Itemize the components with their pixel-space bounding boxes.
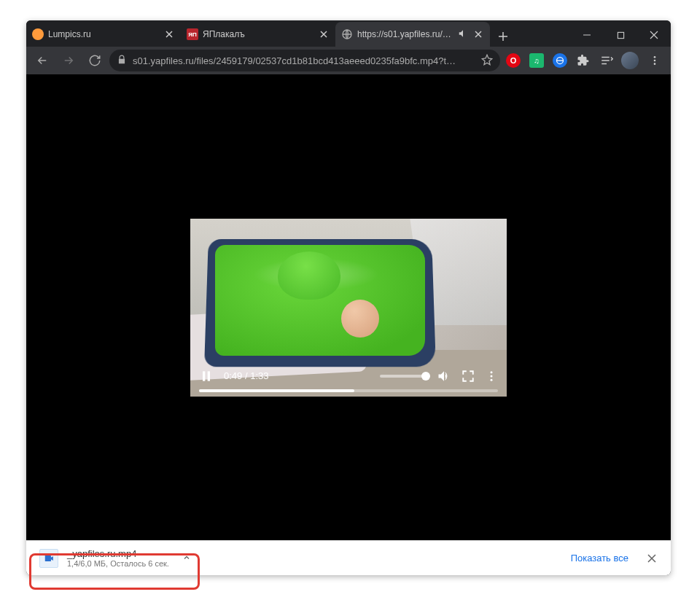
svg-point-3 [654,56,656,58]
more-options-button[interactable] [485,370,498,383]
globe-icon [341,28,353,40]
tab-title: Lumpics.ru [48,29,159,39]
time-separator: / [242,370,250,381]
volume-thumb[interactable] [421,372,430,381]
tab-yapfiles-video[interactable]: https://s01.yapfiles.ru/file [335,22,490,47]
close-downloads-bar-button[interactable] [642,548,662,569]
forward-button[interactable] [57,49,80,72]
extensions-button[interactable] [573,50,593,71]
svg-rect-1 [618,32,623,38]
titlebar: Lumpics.ru ЯП ЯПлакалъ https://s01.yapfi… [26,20,671,47]
close-icon[interactable] [472,28,484,40]
download-filename: _yapfiles.ru.mp4 [67,548,169,559]
volume-slider[interactable] [380,375,427,378]
menu-button[interactable] [643,49,666,72]
lock-icon[interactable] [117,55,127,67]
minimize-button[interactable] [570,23,604,47]
video-time: 0:49 / 1:33 [224,370,268,381]
tab-title: https://s01.yapfiles.ru/file [357,29,453,39]
download-item[interactable]: _yapfiles.ru.mp4 1,4/6,0 МБ, Осталось 6 … [35,545,200,571]
svg-rect-6 [203,371,205,381]
maximize-button[interactable] [604,23,637,47]
svg-rect-11 [45,555,51,561]
current-time: 0:49 [224,370,242,381]
new-tab-button[interactable] [493,26,513,47]
window-controls [570,23,671,47]
extension-music-icon[interactable]: ♫ [526,50,547,71]
reload-button[interactable] [83,49,106,72]
reading-list-icon[interactable] [596,50,617,71]
bookmark-star-icon[interactable] [481,54,493,68]
back-button[interactable] [31,49,54,72]
chevron-up-icon[interactable] [182,552,191,565]
file-video-icon [39,549,58,568]
show-all-downloads-button[interactable]: Показать все [564,548,636,568]
close-icon[interactable] [163,28,175,40]
speaker-icon[interactable] [458,28,468,41]
video-player[interactable]: 0:49 / 1:33 [190,219,507,397]
download-text: _yapfiles.ru.mp4 1,4/6,0 МБ, Осталось 6 … [67,548,169,568]
favicon-orange [32,28,44,40]
svg-point-4 [654,60,656,62]
video-controls: 0:49 / 1:33 [190,363,507,397]
svg-point-5 [654,63,656,65]
svg-point-9 [491,375,493,377]
tab-title: ЯПлакалъ [203,29,314,39]
url-text: s01.yapfiles.ru/files/2459179/02537cd1b8… [133,55,475,66]
duration: 1:33 [250,370,268,381]
browser-window: Lumpics.ru ЯП ЯПлакалъ https://s01.yapfi… [26,20,671,575]
svg-rect-7 [208,371,210,381]
progress-fill [199,389,354,392]
toolbar: s01.yapfiles.ru/files/2459179/02537cd1b8… [26,47,671,74]
close-icon[interactable] [318,28,330,40]
extension-globe-icon[interactable] [550,50,570,71]
page-content: 0:49 / 1:33 [26,74,671,540]
address-bar[interactable]: s01.yapfiles.ru/files/2459179/02537cd1b8… [109,50,500,71]
svg-point-8 [491,371,493,373]
extension-opera-icon[interactable]: O [503,50,523,71]
tab-yaplakal[interactable]: ЯП ЯПлакалъ [181,22,335,47]
profile-avatar[interactable] [620,50,640,71]
download-status: 1,4/6,0 МБ, Осталось 6 сек. [67,559,169,568]
close-window-button[interactable] [637,23,671,47]
downloads-bar: _yapfiles.ru.mp4 1,4/6,0 МБ, Осталось 6 … [26,540,671,575]
pause-button[interactable] [199,369,214,383]
progress-bar[interactable] [199,389,498,392]
fullscreen-button[interactable] [462,370,475,383]
mute-button[interactable] [437,369,451,383]
tabs-strip: Lumpics.ru ЯП ЯПлакалъ https://s01.yapfi… [26,20,570,47]
favicon-yap: ЯП [187,28,198,40]
svg-point-10 [491,378,493,381]
tab-lumpics[interactable]: Lumpics.ru [26,22,181,47]
